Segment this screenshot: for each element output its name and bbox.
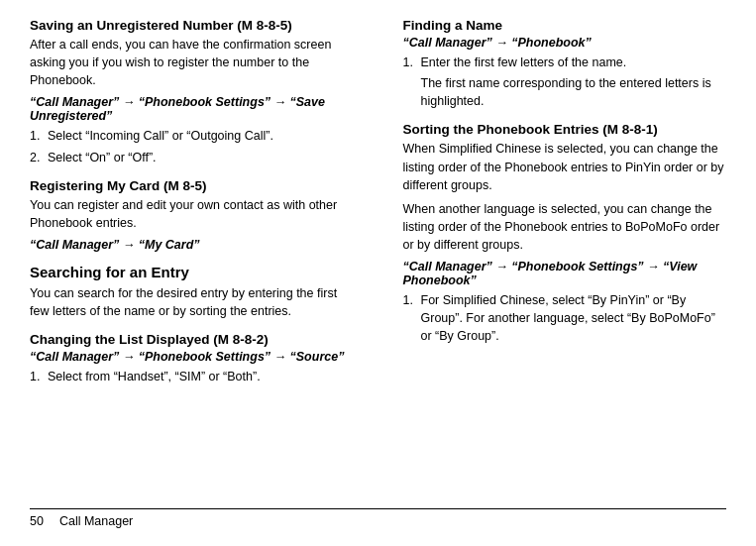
heading-searching-entry: Searching for an Entry [30, 264, 354, 280]
section-finding-name: Finding a Name “Call Manager” → “Phonebo… [403, 18, 727, 110]
section-saving-unregistered: Saving an Unregistered Number (M 8-8-5) … [30, 18, 354, 166]
step-finding-text-1: Enter the first few letters of the name. [421, 54, 627, 71]
footer-title: Call Manager [59, 514, 133, 528]
section-sorting-phonebook: Sorting the Phonebook Entries (M 8-8-1) … [403, 122, 727, 345]
nav-changing-list: “Call Manager” → “Phonebook Settings” → … [30, 350, 354, 364]
body-registering-mycard: You can register and edit your own conta… [30, 196, 354, 232]
step-sorting-text-1: For Simplified Chinese, select “By PinYi… [421, 291, 727, 345]
nav-registering-mycard: “Call Manager” → “My Card” [30, 238, 354, 252]
heading-changing-list: Changing the List Displayed (M 8-8-2) [30, 332, 354, 347]
step-finding-note: The first name corresponding to the ente… [421, 74, 727, 110]
step-num-1: 1. [30, 127, 44, 145]
heading-registering-mycard: Registering My Card (M 8-5) [30, 178, 354, 193]
page-container: Saving an Unregistered Number (M 8-8-5) … [0, 0, 756, 546]
footer-page-number: 50 [30, 514, 44, 528]
step-sorting-num-1: 1. [403, 291, 417, 345]
section-searching-entry: Searching for an Entry You can search fo… [30, 264, 354, 320]
step-changing-num-1: 1. [30, 368, 44, 385]
body-sorting-simplified: When Simplified Chinese is selected, you… [403, 140, 727, 193]
heading-saving-unregistered: Saving an Unregistered Number (M 8-8-5) [30, 18, 354, 33]
step-finding-num-1: 1. [403, 54, 417, 71]
heading-finding-name: Finding a Name [403, 18, 727, 33]
step-text-1: Select “Incoming Call” or “Outgoing Call… [48, 127, 273, 145]
step-saving-2: 2. Select “On” or “Off”. [30, 149, 354, 166]
left-column: Saving an Unregistered Number (M 8-8-5) … [30, 18, 364, 508]
body-saving-unregistered: After a call ends, you can have the conf… [30, 36, 354, 89]
nav-finding-name: “Call Manager” → “Phonebook” [403, 36, 727, 50]
step-finding-1: 1. Enter the first few letters of the na… [403, 54, 727, 71]
section-changing-list: Changing the List Displayed (M 8-8-2) “C… [30, 332, 354, 385]
nav-saving-unregistered: “Call Manager” → “Phonebook Settings” → … [30, 95, 354, 123]
footer: 50 Call Manager [30, 508, 726, 528]
body-sorting-other: When another language is selected, you c… [403, 200, 727, 254]
step-saving-1: 1. Select “Incoming Call” or “Outgoing C… [30, 127, 354, 145]
step-num-2: 2. [30, 149, 44, 166]
body-searching-entry: You can search for the desired entry by … [30, 284, 354, 320]
heading-sorting-phonebook: Sorting the Phonebook Entries (M 8-8-1) [403, 122, 727, 137]
nav-sorting-phonebook: “Call Manager” → “Phonebook Settings” → … [403, 260, 727, 287]
content-columns: Saving an Unregistered Number (M 8-8-5) … [30, 18, 726, 508]
step-sorting-1: 1. For Simplified Chinese, select “By Pi… [403, 291, 727, 345]
section-registering-mycard: Registering My Card (M 8-5) You can regi… [30, 178, 354, 252]
right-column: Finding a Name “Call Manager” → “Phonebo… [393, 18, 727, 508]
step-changing-text-1: Select from “Handset”, “SIM” or “Both”. [48, 368, 261, 385]
step-changing-1: 1. Select from “Handset”, “SIM” or “Both… [30, 368, 354, 385]
step-text-2: Select “On” or “Off”. [48, 149, 157, 166]
